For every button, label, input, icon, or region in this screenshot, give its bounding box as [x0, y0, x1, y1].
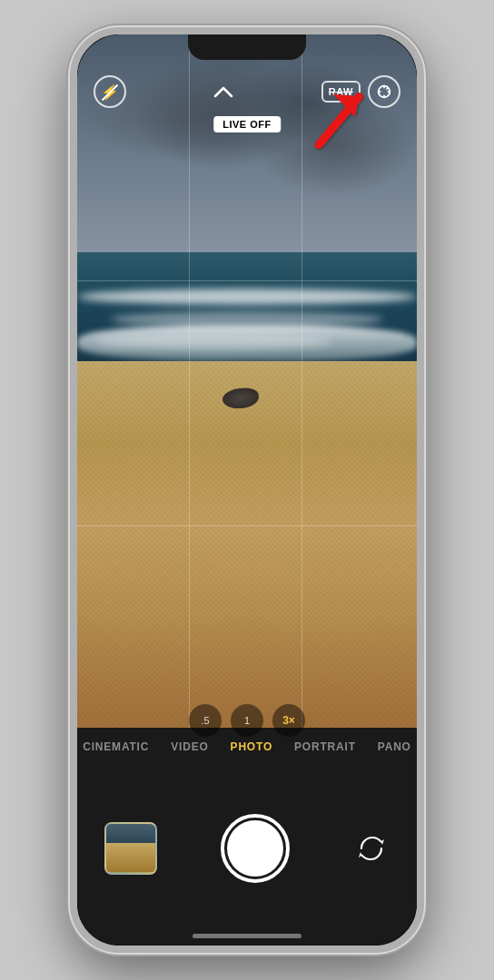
mode-pano[interactable]: PANO — [367, 737, 417, 757]
wave-foam — [77, 325, 417, 361]
bottom-bar: CINEMATIC VIDEO PHOTO PORTRAIT PANO — [77, 728, 417, 946]
raw-label: RAW — [329, 86, 353, 97]
notch — [188, 34, 306, 60]
camera-controls — [77, 762, 417, 934]
raw-toggle-button[interactable]: RAW — [321, 81, 361, 103]
live-badge[interactable]: LIVE OFF — [213, 116, 281, 132]
flash-toggle-button[interactable]: ⚡ — [94, 75, 126, 108]
home-indicator — [193, 934, 301, 938]
svg-marker-8 — [380, 839, 384, 845]
flip-camera-icon — [356, 833, 387, 864]
viewfinder — [77, 34, 417, 779]
zoom-05-button[interactable]: .5 — [189, 704, 222, 737]
svg-marker-9 — [359, 852, 362, 858]
chevron-up-icon — [213, 85, 233, 98]
flip-camera-button[interactable] — [353, 830, 390, 867]
stabilization-button[interactable] — [368, 75, 400, 108]
top-controls: ⚡ RAW — [77, 69, 417, 114]
zoom-controls: .5 1 3× — [189, 704, 305, 737]
shutter-inner — [227, 820, 283, 877]
screen: ⚡ RAW — [77, 34, 417, 946]
mode-photo[interactable]: PHOTO — [220, 737, 283, 757]
stabilization-icon — [376, 83, 392, 100]
wave-line-1 — [77, 289, 417, 305]
svg-line-5 — [387, 88, 388, 89]
zoom-3x-button[interactable]: 3× — [272, 704, 305, 737]
expand-controls-button[interactable] — [209, 77, 238, 106]
mode-cinematic[interactable]: CINEMATIC — [77, 737, 160, 757]
mode-video[interactable]: VIDEO — [160, 737, 219, 757]
mode-portrait[interactable]: PORTRAIT — [283, 737, 367, 757]
shutter-button[interactable] — [221, 814, 290, 883]
phone-frame: ⚡ RAW — [70, 27, 424, 953]
top-right-icons: RAW — [321, 75, 400, 108]
last-photo-thumbnail[interactable] — [104, 822, 157, 875]
zoom-1x-button[interactable]: 1 — [231, 704, 263, 737]
flash-icon: ⚡ — [101, 83, 119, 101]
